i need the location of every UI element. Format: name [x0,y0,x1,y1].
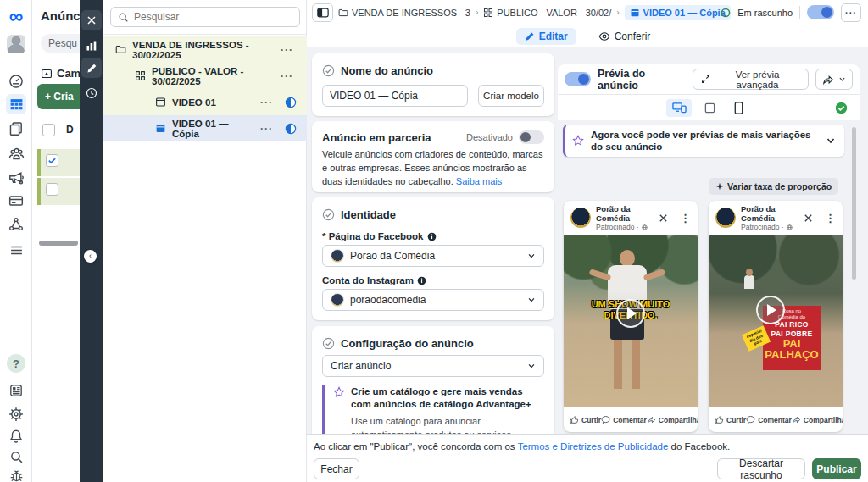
like-icon [715,415,724,424]
more-options-button[interactable]: ··· [841,3,861,22]
tab-all-devices[interactable] [666,99,692,117]
comment-button[interactable]: Comentar [601,415,647,424]
play-button-icon[interactable] [616,299,645,328]
table-row[interactable] [37,178,80,205]
more-options-button[interactable]: ··· [260,97,273,108]
learn-more-link[interactable]: Saiba mais [456,176,502,186]
breadcrumb-adset[interactable]: PUBLICO - VALOR - 30/02/ [483,8,611,18]
create-template-button[interactable]: Criar modelo [478,85,544,107]
tab-mobile-format[interactable] [726,99,751,117]
search-button[interactable] [6,446,26,467]
sidebar-item-pages[interactable] [6,119,26,139]
terms-link[interactable]: Termos e Diretrizes de Publicidade [518,441,669,452]
create-button[interactable]: + Cria [37,84,80,109]
catalog-promo-callout: Crie um catálogo e gere mais vendas com … [322,385,544,434]
notifications-button[interactable] [6,426,26,446]
performance-tool-button[interactable] [81,36,102,56]
vary-aspect-ratio-button[interactable]: Variar taxa de proporção [709,178,838,195]
select-all-checkbox[interactable] [42,124,55,136]
like-button[interactable]: Curtir [570,415,601,424]
reports-button[interactable] [6,380,26,401]
history-tool-button[interactable] [81,83,102,103]
sidebar-item-assets[interactable] [6,214,26,235]
tree-row-label: VIDEO 01 [172,97,216,108]
tree-search-input[interactable] [134,11,292,23]
tab-campaigns[interactable]: Cam [41,67,80,80]
report-bug-button[interactable] [6,465,26,482]
tree-row-ad-video01[interactable]: VIDEO 01 ··· [103,89,307,115]
share-preview-button[interactable] [815,69,853,90]
close-button[interactable]: Fechar [314,458,359,479]
discard-draft-button[interactable]: Descartar rascunho [717,458,805,479]
row-checkbox[interactable] [46,183,58,196]
ad-video-preview[interactable]: Rosa no Comédia do PAI RICO PAI POBRE PA… [709,235,843,407]
person-head-image [746,269,753,276]
ad-active-toggle[interactable] [807,5,834,19]
breadcrumb-campaign[interactable]: VENDA DE INGRESSOS - 3 [338,8,470,18]
info-icon[interactable] [417,276,426,285]
tree-row-adset[interactable]: PUBLICO - VALOR - 30/02/2025 ··· [103,63,307,89]
preview-scrollbar[interactable] [852,127,856,280]
advanced-preview-button[interactable]: Ver prévia avançada [693,69,809,90]
more-vertical-icon[interactable]: ⋮ [825,212,836,224]
partnership-toggle[interactable] [519,130,544,144]
more-options-button[interactable]: ··· [260,123,273,135]
ad-name-input[interactable]: VIDEO 01 — Cópia [322,85,468,107]
ad-setup-select[interactable]: Criar anúncio [322,355,544,377]
tab-feed-format[interactable] [697,99,722,117]
promo-title: Crie um catálogo e gere mais vendas com … [351,385,544,411]
info-icon[interactable] [427,232,437,241]
tree-row-campaign[interactable]: VENDA DE INGRESSOS - 30/02/2025 ··· [103,36,307,63]
sidebar-item-audiences[interactable] [6,143,26,163]
close-icon[interactable] [659,213,668,223]
contrast-toggle-icon[interactable] [285,123,297,135]
like-button[interactable]: Curtir [715,415,746,424]
toggle-sidebar-button[interactable] [312,3,333,22]
table-row[interactable] [37,149,80,176]
sidebar-item-all-tools[interactable] [6,240,26,260]
comment-button[interactable]: Comentar [746,415,792,424]
play-button-icon[interactable] [756,296,785,324]
horizontal-scrollbar[interactable] [39,241,78,246]
ad-icon-selected [630,8,640,18]
chevron-down-icon [527,252,536,260]
editor-tabs: Editar Conferir [307,25,868,47]
settings-button[interactable] [6,404,26,424]
breadcrumb-ad-current[interactable]: VIDEO 01 — Cópia [625,5,731,20]
share-icon [822,74,834,86]
meta-logo-icon[interactable]: ∞ [6,6,26,26]
edit-tool-button[interactable] [81,58,102,78]
panel-search-input[interactable]: Pesqu [41,34,80,53]
chevron-down-icon[interactable] [826,136,836,146]
chevron-down-icon [527,362,536,370]
partnership-status-label: Desativado [466,132,513,142]
sidebar-item-overview[interactable] [6,71,26,91]
collapse-panel-knob[interactable]: ‹ [84,250,97,263]
publish-button[interactable]: Publicar [812,458,861,479]
share-button[interactable]: Compartilhar [792,415,843,424]
tab-review[interactable]: Conferir [590,28,659,45]
close-editor-button[interactable] [81,10,102,30]
search-icon [118,12,129,23]
row-checkbox-checked[interactable] [46,154,58,167]
sidebar-item-billing[interactable] [6,191,26,211]
facebook-page-select[interactable]: Porão da Comédia [322,245,544,267]
tab-edit[interactable]: Editar [516,28,576,45]
preview-toggle[interactable] [565,72,591,86]
more-options-button[interactable]: ··· [281,44,293,56]
sidebar-item-campaigns[interactable] [6,94,26,114]
more-options-button[interactable]: ··· [281,70,293,82]
close-icon[interactable] [804,213,813,223]
ad-video-preview[interactable]: UM SHOW MUITO DIVERTIDO. [564,235,698,407]
sidebar-item-ads[interactable] [6,167,26,187]
preview-variations-banner[interactable]: Agora você pode ver prévias de mais vari… [563,125,844,157]
help-button[interactable]: ? [6,353,26,374]
more-vertical-icon[interactable]: ⋮ [680,212,691,224]
tree-row-ad-video01-copy[interactable]: VIDEO 01 — Cópia ··· [103,115,307,141]
contrast-toggle-icon[interactable] [285,97,297,108]
instagram-account-select[interactable]: poraodacomedia [322,289,544,311]
account-avatar[interactable] [6,34,26,54]
share-button[interactable]: Compartilhar [647,415,698,424]
preview-toolbar: Prévia do anúncio Ver prévia avançada [558,64,860,95]
tree-search-box[interactable] [110,7,300,27]
